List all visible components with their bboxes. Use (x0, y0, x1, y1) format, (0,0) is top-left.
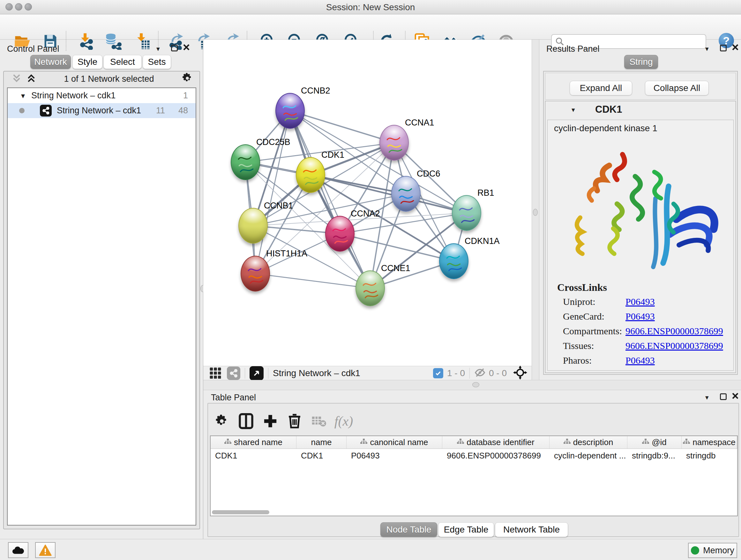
crosslink-link[interactable]: P06493 (625, 296, 655, 307)
table-cell[interactable]: stringdb:9... (627, 449, 682, 462)
tab-network[interactable]: Network (30, 55, 71, 69)
panel-float-icon[interactable] (720, 45, 727, 51)
crosslinks-title: CrossLinks (557, 282, 607, 294)
panel-close-icon[interactable] (731, 392, 739, 401)
tab-sets[interactable]: Sets (143, 55, 171, 69)
edge-HIST1H1A-CCNE1[interactable] (255, 273, 370, 288)
tab-network-table[interactable]: Network Table (495, 522, 568, 537)
node-CCNB1[interactable] (239, 208, 268, 244)
edges-layer (203, 40, 532, 366)
column-header-name[interactable]: name (296, 436, 347, 449)
node-structure-art (445, 252, 464, 274)
protein-structure-image (560, 138, 726, 275)
table-cell[interactable]: stringdb (682, 449, 737, 462)
create-column-plus-icon[interactable] (260, 411, 281, 431)
node-label-CDK1: CDK1 (321, 150, 344, 160)
table-settings-gear-icon[interactable] (211, 411, 232, 431)
network-row-selected[interactable]: String Network – cdk1 11 48 (8, 103, 196, 118)
show-columns-icon[interactable] (235, 411, 257, 431)
node-CCNA2[interactable] (325, 216, 354, 252)
tree-expand-caret-icon[interactable]: ▾ (21, 91, 25, 100)
collapse-all-chevron-icon[interactable] (11, 73, 22, 84)
table-row[interactable]: CDK1CDK1P064939606.ENSP00000378699cyclin… (211, 449, 737, 462)
fit-selected-crosshair-icon[interactable] (513, 366, 527, 381)
network-canvas[interactable]: CCNB2CCNA1CDC25BCDK1CDC6RB1CCNB1CCNA2CDK… (203, 40, 532, 366)
node-CCNB2[interactable] (275, 93, 305, 129)
node-structure-art (361, 279, 380, 301)
main-toolbar: ? (0, 14, 741, 40)
network-overview-share-icon[interactable] (227, 367, 240, 380)
crosslink-link[interactable]: P06493 (625, 355, 655, 366)
node-label-CDKN1A: CDKN1A (465, 236, 500, 246)
column-header-namespace[interactable]: namespace (682, 436, 737, 449)
crosslink-link[interactable]: P06493 (625, 311, 655, 322)
network-view-toolbar: String Network – cdk1 1 - 0 0 - 0 (203, 366, 532, 380)
status-bar: Memory (0, 539, 741, 560)
node-CDC25B[interactable] (231, 144, 260, 180)
birdseye-grid-icon[interactable] (209, 367, 222, 380)
column-header-database-identifier[interactable]: database identifier (442, 436, 549, 449)
warning-icon[interactable] (35, 542, 56, 558)
column-header-canonical-name[interactable]: canonical name (347, 436, 442, 449)
right-splitter-handle[interactable] (533, 209, 538, 216)
node-CCNE1[interactable] (355, 270, 385, 306)
column-header-shared-name[interactable]: shared name (211, 436, 296, 449)
panel-close-icon[interactable] (731, 44, 739, 52)
node-RB1[interactable] (452, 195, 481, 231)
column-header--id[interactable]: @id (627, 436, 682, 449)
automation-cloud-icon[interactable] (8, 542, 28, 558)
tab-edge-table[interactable]: Edge Table (438, 522, 494, 537)
delete-table-icon (308, 411, 329, 431)
node-CDC6[interactable] (391, 176, 421, 212)
node-CCNA1[interactable] (380, 125, 409, 161)
column-header-description[interactable]: description (549, 436, 627, 449)
collection-count: 1 (183, 91, 188, 101)
horizontal-splitter[interactable] (203, 380, 741, 390)
hidden-eye-icon[interactable] (474, 367, 486, 380)
node-label-RB1: RB1 (477, 188, 494, 198)
selected-checkbox[interactable] (433, 368, 443, 378)
control-panel-title: Control Panel (7, 44, 59, 54)
application-window: Session: New Session (0, 0, 741, 560)
table-cell[interactable]: CDK1 (296, 449, 347, 462)
table-cell[interactable]: P06493 (347, 449, 442, 462)
tab-style[interactable]: Style (72, 55, 103, 69)
panel-close-icon[interactable] (183, 44, 190, 52)
expand-all-chevron-icon[interactable] (26, 73, 37, 84)
panel-menu-caret-icon[interactable]: ▾ (705, 45, 709, 52)
expand-all-button[interactable]: Expand All (569, 81, 632, 96)
crosslink-row: GeneCard:P06493 (563, 311, 727, 326)
memory-button[interactable]: Memory (688, 543, 737, 558)
edge-CCNB2-CCNE1[interactable] (290, 111, 370, 288)
tab-string[interactable]: String (624, 55, 658, 69)
crosslink-link[interactable]: 9606.ENSP00000378699 (625, 326, 723, 336)
collapse-all-button[interactable]: Collapse All (645, 81, 709, 96)
node-label-CDC6: CDC6 (417, 169, 441, 179)
crosslinks-list: Uniprot:P06493GeneCard:P06493Compartment… (563, 296, 727, 370)
edge-CCNB2-CCNA1[interactable] (290, 111, 394, 143)
table-cell[interactable]: 9606.ENSP00000378699 (442, 449, 549, 462)
crosslink-link[interactable]: 9606.ENSP00000378699 (625, 340, 723, 351)
delete-column-trash-icon[interactable] (284, 411, 305, 431)
table-cell[interactable]: cyclin-dependent ... (549, 449, 627, 462)
entry-collapse-caret-icon[interactable]: ▾ (571, 106, 575, 113)
network-collection-row[interactable]: ▾ String Network – cdk1 1 (8, 88, 196, 103)
panel-menu-caret-icon[interactable]: ▾ (705, 394, 709, 401)
vertical-splitter[interactable] (532, 40, 539, 380)
node-CDKN1A[interactable] (439, 243, 468, 279)
column-header-label: description (573, 437, 613, 447)
panel-float-icon[interactable] (171, 45, 178, 51)
node-HIST1H1A[interactable] (241, 256, 270, 292)
tab-select[interactable]: Select (104, 55, 142, 69)
gear-icon[interactable] (182, 72, 193, 85)
node-CDK1[interactable] (296, 157, 325, 193)
panel-float-icon[interactable] (720, 393, 727, 400)
detach-view-icon[interactable] (250, 366, 264, 380)
horizontal-scrollbar-thumb[interactable] (212, 510, 269, 514)
panel-menu-caret-icon[interactable]: ▾ (156, 45, 160, 52)
table-cell[interactable]: CDK1 (211, 449, 296, 462)
node-structure-art (385, 134, 404, 155)
bottom-splitter-handle[interactable] (472, 382, 479, 387)
tab-node-table[interactable]: Node Table (381, 522, 437, 537)
crosslink-row: Tissues:9606.ENSP00000378699 (563, 340, 727, 355)
